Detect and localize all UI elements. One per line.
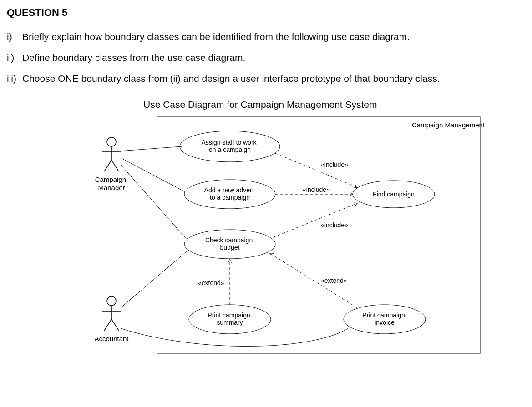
question-number: i)	[7, 28, 22, 46]
assoc-line	[121, 158, 185, 192]
question-text: Choose ONE boundary class from (ii) and …	[22, 70, 525, 88]
svg-line-9	[111, 319, 119, 331]
usecase-assign-staff: Assign staff to work on a campaign	[180, 131, 280, 162]
include-arrow	[273, 203, 357, 237]
include-arrow	[275, 153, 357, 187]
assoc-line	[121, 146, 182, 151]
usecase-print-summary: Print campaign summary	[189, 305, 271, 334]
system-label: Campaign Management	[412, 121, 485, 129]
question-item: ii) Define boundary classes from the use…	[7, 49, 525, 67]
extend-label: «extend»	[321, 277, 347, 284]
actor-accountant: Accountant	[94, 296, 129, 342]
svg-text:Add a new advert
        to a : Add a new advert to a campaign	[204, 186, 256, 201]
include-label: «include»	[321, 161, 348, 168]
usecase-add-advert: Add a new advert to a campaign	[184, 180, 275, 209]
svg-line-4	[111, 160, 119, 171]
question-list: i) Briefly explain how boundary classes …	[7, 28, 525, 88]
assoc-line	[121, 165, 187, 240]
include-label: «include»	[321, 221, 348, 229]
svg-line-8	[104, 319, 111, 331]
include-label: «include»	[303, 186, 330, 193]
question-item: i) Briefly explain how boundary classes …	[7, 28, 525, 46]
extend-label: «extend»	[198, 279, 224, 286]
question-item: iii) Choose ONE boundary class from (ii)…	[7, 70, 525, 88]
usecase-find-campaign: Find campaign	[353, 181, 435, 208]
svg-text:Assign staff to work
        o: Assign staff to work on a campaign	[201, 139, 258, 153]
actor-label: Accountant	[94, 335, 129, 342]
svg-text:Find campaign: Find campaign	[373, 191, 415, 198]
svg-point-5	[107, 296, 116, 306]
question-title: QUESTION 5	[7, 7, 525, 19]
usecase-diagram: Use Case Diagram for Campaign Management…	[84, 99, 525, 356]
question-number: iii)	[7, 70, 22, 88]
diagram-svg: Campaign Management Campaign Manager Acc…	[84, 115, 485, 356]
diagram-title: Use Case Diagram for Campaign Management…	[143, 99, 525, 110]
actor-campaign-manager: Campaign Manager	[95, 137, 128, 191]
question-text: Define boundary classes from the use cas…	[22, 49, 525, 67]
svg-line-3	[104, 160, 111, 171]
actor-label: Campaign Manager	[95, 176, 128, 191]
question-number: ii)	[7, 49, 22, 67]
assoc-line	[121, 251, 187, 308]
usecase-check-budget: Check campaign budget	[184, 230, 275, 259]
usecase-print-invoice: Print campaign invoice	[344, 305, 426, 334]
svg-point-0	[107, 137, 116, 146]
question-text: Briefly explain how boundary classes can…	[22, 28, 525, 46]
